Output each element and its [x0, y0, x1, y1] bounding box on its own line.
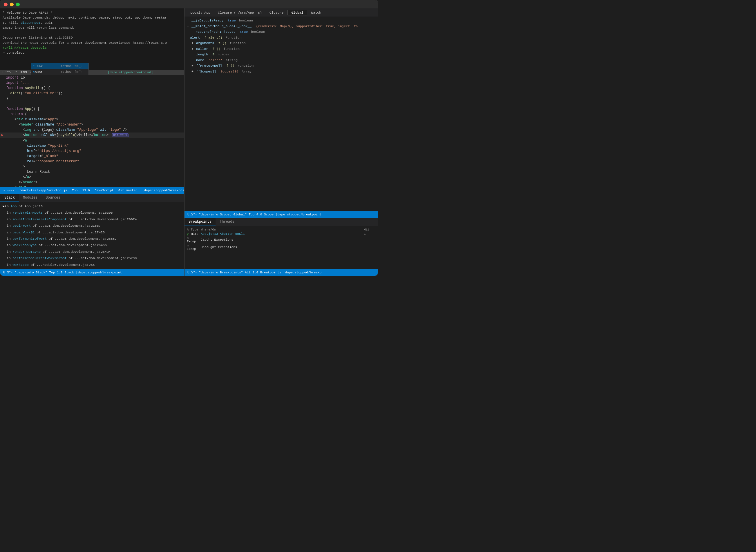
code-line: rel="noopener noreferrer"	[0, 159, 184, 164]
scope-row: length 0 number	[187, 51, 375, 57]
status-dape: [dape:stopped/breakpoint]	[142, 189, 185, 192]
autocomplete-item-clear[interactable]: clear method fn()	[31, 63, 89, 69]
stack-item: in workLoop of ...heduler.development.js…	[0, 262, 184, 268]
status-filename: react-test-app/src/App.js	[19, 189, 67, 192]
autocomplete-item-count[interactable]: count method fn()	[31, 69, 89, 75]
scope-status-text: U:%*- *dape-info Scope: Global* Top 4:0 …	[187, 213, 321, 216]
scope-row: + caller f () function	[187, 46, 375, 52]
scope-content: __jsDebugIsReady true boolean + __REACT_…	[185, 16, 378, 212]
left-pane: * Welcome to Dape REPL! * Available Dape…	[0, 8, 185, 276]
scope-row: - alert f alert() Function	[187, 35, 375, 40]
scope-row: __jsDebugIsReady true boolean	[187, 18, 375, 23]
autocomplete-item-context[interactable]: context method fn(?)	[31, 75, 89, 75]
stack-item: in renderRootSync of ...act-dom.developm…	[0, 249, 184, 255]
code-line: </header>	[0, 180, 184, 185]
tab-threads[interactable]: Threads	[216, 218, 238, 226]
breakpoint-row: n Excep Uncaught Exceptions	[185, 244, 378, 251]
stack-content: ►in App of App.js:13 in renderWithHooks …	[0, 202, 184, 269]
scope-status-bar: U:%*- *dape-info Scope: Global* Top 4:0 …	[185, 212, 378, 218]
repl-line-6: Debug server listening at ::1:62339	[3, 35, 182, 40]
code-line: <header className="App-header">	[0, 122, 184, 127]
repl-area: * Welcome to Dape REPL! * Available Dape…	[0, 8, 184, 75]
main-content: * Welcome to Dape REPL! * Available Dape…	[0, 8, 378, 276]
code-line: target="_blank"	[0, 154, 184, 159]
scope-row: name 'alert' string	[187, 57, 375, 63]
stack-item: in performUnitOfWork of ...act-dom.devel…	[0, 236, 184, 242]
breakpoints-header: A Type Where/On Hit	[185, 227, 378, 232]
bottom-left-tabs: Stack Modules Sources	[0, 194, 184, 202]
breakpoint-row: y Hits App.js:13 <button onCli 1	[185, 232, 378, 236]
code-line: function App() {	[0, 106, 184, 112]
hit-badge: Hit == 1	[112, 133, 128, 137]
repl-line-3: t, kill, disconnect, quit	[3, 20, 182, 25]
close-button[interactable]	[4, 3, 8, 6]
status-line-col: 13:0	[82, 189, 90, 192]
breakpoints-status-bar: U:%*- *dape-info Breakpoints* All 1:0 Br…	[185, 269, 378, 276]
scope-row: + [[Prototype]] f () Function	[187, 63, 375, 69]
code-line: }	[0, 96, 184, 101]
scope-tab-global[interactable]: Global	[288, 10, 307, 15]
bottom-right-panel: Breakpoints Threads A Type Where/On Hit …	[185, 218, 378, 276]
repl-line-8: rg/link/react-devtools	[3, 45, 182, 50]
code-line: function sayHello() {	[0, 86, 184, 91]
stack-item: ►in App of App.js:13	[0, 203, 184, 210]
code-line	[0, 101, 184, 106]
code-line: <img src={logo} className="App-logo" alt…	[0, 127, 184, 133]
scope-tab-closure[interactable]: Closure	[266, 10, 287, 15]
autocomplete-dropdown: clear method fn() count method fn() cont…	[31, 63, 89, 75]
code-line: return (	[0, 112, 184, 117]
scope-row: + [[Scopes]] Scopes[0] Array	[187, 69, 375, 75]
titlebar	[0, 0, 378, 8]
scope-panel: Local: App Closure (./src/App.js) Closur…	[185, 8, 378, 218]
scope-tab-local[interactable]: Local: App	[187, 10, 214, 15]
stack-item: in performConcurrentWorkOnRoot of ...act…	[0, 255, 184, 262]
bottom-right-tabs: Breakpoints Threads	[185, 218, 378, 226]
repl-line-2: Available Dape commands: debug, next, co…	[3, 15, 182, 20]
tab-modules[interactable]: Modules	[19, 194, 41, 202]
code-line: import lo	[0, 75, 184, 80]
right-pane: Local: App Closure (./src/App.js) Closur…	[185, 8, 378, 276]
scope-tab-closure-app[interactable]: Closure (./src/App.js)	[214, 10, 265, 15]
code-line: Learn React	[0, 169, 184, 174]
code-line: href="https://reactjs.org"	[0, 148, 184, 154]
breakpoints-content: A Type Where/On Hit y Hits App.js:13 <bu…	[185, 226, 378, 269]
minimize-button[interactable]	[10, 3, 14, 6]
code-line-active: ▶ <button onClick={sayHello}>Hello</butt…	[0, 133, 184, 138]
stack-item: in beginWork$1 of ...act-dom.development…	[0, 229, 184, 236]
repl-line-4: Empty input will rerun last command.	[3, 25, 182, 30]
bp-status-text: U:%*- *dape-info Breakpoints* All 1:0 Br…	[187, 271, 321, 274]
status-lang: JavaScript	[95, 189, 114, 192]
repl-line-5	[3, 30, 182, 35]
breakpoint-row: n Excep Caught Exceptions	[185, 236, 378, 244]
code-line: >	[0, 164, 184, 169]
code-editor[interactable]: import lo import '... function sayHello(…	[0, 75, 184, 187]
stack-status-bar: U:%*- *dape-info Stack* Top 1:0 Stack [d…	[0, 269, 184, 276]
stack-item: in mountIndeterminateComponent of ...act…	[0, 216, 184, 223]
repl-modeline: U:**- * REPL:run [dape:stopped/breakpoin…	[0, 70, 184, 75]
scope-row: + __REACT_DEVTOOLS_GLOBAL_HOOK__ {render…	[187, 23, 375, 29]
stack-item: in workLoopSync of ...act-dom.developmen…	[0, 242, 184, 249]
scope-tab-watch[interactable]: Watch	[308, 10, 325, 15]
code-line: alert('You clicked me!');	[0, 91, 184, 96]
status-git: Git:master	[118, 189, 137, 192]
bottom-left-panel: Stack Modules Sources ►in App of App.js:…	[0, 194, 184, 276]
code-line: </div>	[0, 185, 184, 187]
scope-row: __reactRefreshInjected true boolean	[187, 29, 375, 35]
tab-breakpoints[interactable]: Breakpoints	[185, 218, 216, 226]
repl-line-7: Download the React DevTools for a better…	[3, 40, 182, 45]
status-top: Top	[72, 189, 78, 192]
scope-row: + arguments f () function	[187, 40, 375, 46]
scope-tabs: Local: App Closure (./src/App.js) Closur…	[185, 8, 378, 16]
stack-status-text: U:%*- *dape-info Stack* Top 1:0 Stack [d…	[3, 271, 124, 274]
tab-sources[interactable]: Sources	[41, 194, 64, 202]
stack-item: in renderWithHooks of ...act-dom.develop…	[0, 210, 184, 216]
repl-line-9: > console.c	[3, 50, 182, 55]
code-line: <a	[0, 138, 184, 143]
tab-stack[interactable]: Stack	[0, 194, 19, 202]
code-line: className="App-link"	[0, 143, 184, 148]
repl-line-1: * Welcome to Dape REPL! *	[3, 10, 182, 15]
status-position: -:----	[3, 189, 15, 192]
main-window: * Welcome to Dape REPL! * Available Dape…	[0, 0, 378, 276]
maximize-button[interactable]	[16, 3, 20, 6]
stack-item: in beginWork of ...act-dom.development.j…	[0, 223, 184, 229]
